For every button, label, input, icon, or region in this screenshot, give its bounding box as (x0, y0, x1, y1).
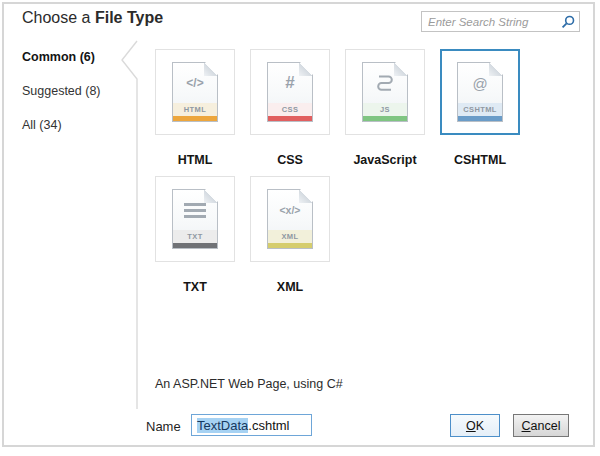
file-type-cell-txt: TXT TXT (155, 176, 235, 295)
icon-color-stripe (363, 116, 407, 121)
document-page-icon: </> HTML (172, 62, 218, 122)
ok-button-label: OK (466, 419, 484, 433)
page-title-regular: Choose a (22, 9, 95, 26)
choose-file-type-dialog: Choose a File Type Common (6) Suggested … (0, 0, 600, 456)
page-title: Choose a File Type (22, 9, 163, 27)
cancel-button-label: Cancel (522, 419, 561, 433)
sidebar-item-common[interactable]: Common (6) (22, 50, 95, 64)
icon-color-stripe (458, 116, 502, 121)
sidebar-item-suggested[interactable]: Suggested (8) (22, 84, 101, 98)
hash-glyph: # (285, 73, 294, 93)
page-fold-corner (204, 190, 217, 203)
name-extension-text: .cshtml (248, 418, 289, 433)
magnifier-icon[interactable] (561, 15, 575, 29)
icon-badge: CSS (268, 103, 312, 116)
icon-badge: XML (268, 230, 312, 243)
file-type-tile-html[interactable]: </> HTML (155, 49, 235, 135)
icon-badge: JS (363, 103, 407, 116)
file-type-tile-xml[interactable]: <x/> XML (250, 176, 330, 262)
file-type-grid: </> HTML HTML # CSS CSS (155, 49, 520, 295)
icon-badge: TXT (173, 230, 217, 243)
document-page-icon: JS (362, 62, 408, 122)
file-type-tile-css[interactable]: # CSS (250, 49, 330, 135)
sidebar-divider-pointer (112, 38, 144, 413)
file-type-tile-javascript[interactable]: JS (345, 49, 425, 135)
file-type-label: CSHTML (454, 153, 506, 168)
document-page-icon: TXT (172, 189, 218, 249)
name-input[interactable]: TextData.cshtml (191, 414, 312, 436)
file-type-label: JavaScript (353, 153, 416, 168)
page-fold-corner (299, 63, 312, 76)
file-type-cell-xml: <x/> XML XML (250, 176, 330, 295)
file-type-cell-javascript: JS JavaScript (345, 49, 425, 168)
file-type-label: TXT (183, 280, 207, 295)
page-fold-corner (489, 63, 502, 76)
file-type-label: XML (277, 280, 303, 295)
file-type-cell-cshtml: @ CSHTML CSHTML (440, 49, 520, 168)
search-input[interactable] (428, 16, 561, 28)
cancel-button[interactable]: Cancel (513, 414, 569, 437)
file-type-label: HTML (178, 153, 213, 168)
document-page-icon: @ CSHTML (457, 62, 503, 122)
icon-color-stripe (268, 243, 312, 248)
page-fold-corner (204, 63, 217, 76)
icon-badge: CSHTML (458, 103, 502, 116)
script-scroll-icon (372, 73, 398, 93)
document-page-icon: # CSS (267, 62, 313, 122)
file-type-cell-html: </> HTML HTML (155, 49, 235, 168)
document-page-icon: <x/> XML (267, 189, 313, 249)
ok-button[interactable]: OK (450, 414, 500, 437)
icon-badge: HTML (173, 103, 217, 116)
name-field-label: Name (146, 419, 181, 434)
name-selected-text: TextData (197, 418, 248, 433)
page-fold-corner (394, 63, 407, 76)
file-type-tile-txt[interactable]: TXT (155, 176, 235, 262)
text-lines-icon (184, 203, 206, 218)
icon-color-stripe (173, 116, 217, 121)
search-box[interactable] (421, 11, 580, 32)
page-fold-corner (299, 190, 312, 203)
sidebar-item-all[interactable]: All (34) (22, 118, 62, 132)
xml-tag-glyph: <x/> (279, 204, 300, 216)
page-title-bold: File Type (95, 9, 163, 26)
file-type-cell-css: # CSS CSS (250, 49, 330, 168)
file-type-description: An ASP.NET Web Page, using C# (155, 377, 343, 391)
icon-color-stripe (268, 116, 312, 121)
html-code-glyph: </> (186, 76, 203, 90)
at-sign-glyph: @ (472, 75, 487, 92)
file-type-label: CSS (277, 153, 303, 168)
icon-color-stripe (173, 243, 217, 248)
file-type-tile-cshtml[interactable]: @ CSHTML (440, 49, 520, 135)
